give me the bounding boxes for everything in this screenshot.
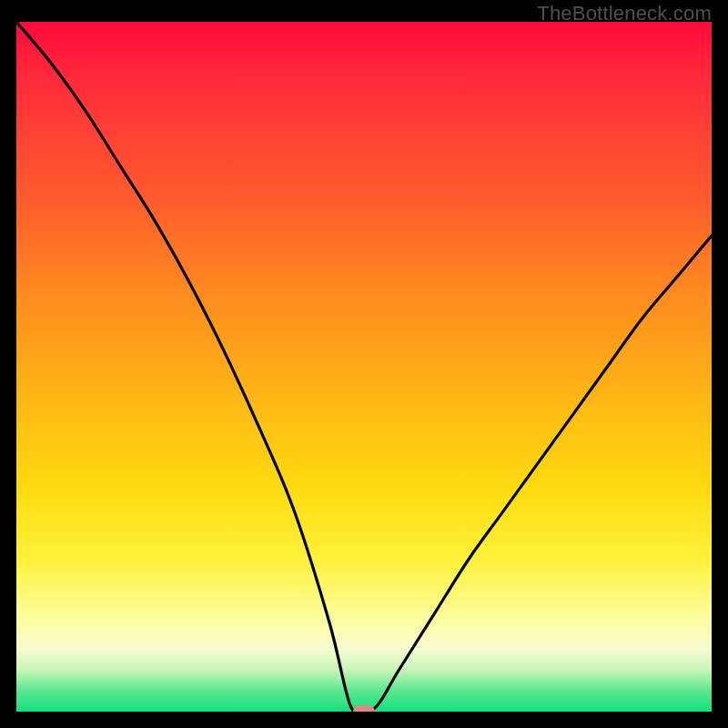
attribution-label: TheBottleneck.com — [537, 2, 712, 25]
chart-frame: TheBottleneck.com — [0, 0, 728, 728]
curve-layer — [16, 22, 712, 712]
plot-area — [16, 22, 712, 712]
optimum-marker — [353, 705, 375, 712]
bottleneck-curve-path — [16, 22, 712, 712]
